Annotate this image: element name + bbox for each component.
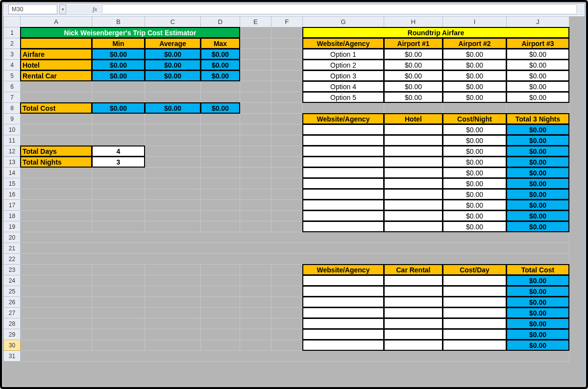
- col-header[interactable]: A: [21, 17, 92, 27]
- row-header[interactable]: 6: [4, 81, 21, 92]
- row-header[interactable]: 22: [4, 254, 21, 265]
- cell[interactable]: [384, 199, 443, 211]
- cell[interactable]: [302, 296, 384, 308]
- cell[interactable]: $0.00: [200, 70, 240, 81]
- cell[interactable]: $0.00: [92, 70, 145, 81]
- cell[interactable]: [384, 296, 443, 308]
- cell[interactable]: $0.00: [442, 135, 507, 146]
- col-header[interactable]: E: [240, 17, 271, 27]
- cell[interactable]: [384, 275, 443, 286]
- cell[interactable]: $0.00: [442, 199, 507, 211]
- row-header[interactable]: 15: [4, 178, 21, 189]
- cell[interactable]: $0.00: [145, 102, 201, 114]
- header-avg[interactable]: Average: [145, 38, 201, 49]
- col-header[interactable]: F: [271, 17, 303, 27]
- cell[interactable]: $0.00: [92, 102, 145, 114]
- cell[interactable]: [384, 167, 443, 178]
- hotel-header[interactable]: Website/Agency: [302, 113, 384, 124]
- cell[interactable]: $0.00: [442, 189, 507, 200]
- cell[interactable]: [302, 199, 384, 211]
- row-header[interactable]: 31: [4, 351, 21, 362]
- cell[interactable]: [302, 124, 384, 135]
- cell[interactable]: $0.00: [442, 70, 507, 81]
- cell[interactable]: [384, 178, 443, 189]
- cell[interactable]: $0.00: [506, 210, 569, 221]
- cell[interactable]: $0.00: [384, 70, 443, 81]
- cell[interactable]: [384, 340, 443, 351]
- car-header[interactable]: Cost/Day: [442, 264, 507, 275]
- select-all-corner[interactable]: [4, 17, 21, 27]
- cell[interactable]: $0.00: [506, 49, 569, 60]
- cell[interactable]: $0.00: [384, 92, 443, 103]
- col-header[interactable]: G: [303, 17, 384, 27]
- total-cost-label[interactable]: Total Cost: [20, 102, 92, 114]
- cell[interactable]: [442, 318, 507, 329]
- row-header[interactable]: 8: [4, 103, 21, 114]
- row-header-selected[interactable]: 30: [4, 340, 21, 351]
- cell[interactable]: [302, 275, 384, 286]
- cell[interactable]: [384, 286, 443, 297]
- cell[interactable]: $0.00: [506, 340, 569, 351]
- cell[interactable]: [302, 318, 384, 329]
- cell[interactable]: $0.00: [506, 178, 569, 189]
- cell[interactable]: [302, 221, 384, 232]
- cell[interactable]: $0.00: [506, 329, 569, 340]
- cell[interactable]: $0.00: [145, 59, 201, 71]
- cell[interactable]: $0.00: [506, 189, 569, 200]
- total-days-label[interactable]: Total Days: [20, 146, 92, 157]
- row-header[interactable]: 17: [4, 200, 21, 211]
- cell[interactable]: $0.00: [506, 59, 569, 71]
- cell[interactable]: [384, 221, 443, 232]
- cell[interactable]: $0.00: [506, 167, 569, 178]
- cell[interactable]: $0.00: [506, 81, 569, 92]
- cell[interactable]: [384, 318, 443, 329]
- col-header[interactable]: H: [384, 17, 443, 27]
- row-header[interactable]: 5: [4, 71, 21, 81]
- car-header[interactable]: Total Cost: [506, 264, 569, 275]
- header-max[interactable]: Max: [200, 38, 240, 49]
- airfare-title[interactable]: Roundtrip Airfare: [302, 27, 569, 38]
- cell[interactable]: $0.00: [442, 210, 507, 221]
- cell[interactable]: $0.00: [506, 221, 569, 232]
- row-header[interactable]: 10: [4, 124, 21, 135]
- row-header[interactable]: 21: [4, 243, 21, 254]
- cell[interactable]: [384, 329, 443, 340]
- cell[interactable]: $0.00: [506, 156, 569, 168]
- row-header[interactable]: 3: [4, 49, 21, 60]
- cell[interactable]: [442, 286, 507, 297]
- cell[interactable]: $0.00: [506, 146, 569, 157]
- row-header[interactable]: 7: [4, 92, 21, 103]
- cell[interactable]: $0.00: [506, 275, 569, 286]
- cell[interactable]: $0.00: [442, 156, 507, 168]
- cell[interactable]: [384, 135, 443, 146]
- cell[interactable]: $0.00: [384, 81, 443, 92]
- worksheet-grid[interactable]: A B C D E F G H I J 1 Nick Weisenberger'…: [3, 16, 585, 386]
- cell[interactable]: $0.00: [92, 59, 145, 71]
- cell[interactable]: $0.00: [384, 59, 443, 71]
- cell[interactable]: $0.00: [200, 59, 240, 71]
- cell[interactable]: [302, 178, 384, 189]
- cell[interactable]: Option 3: [302, 70, 384, 81]
- row-header[interactable]: 2: [4, 38, 21, 49]
- row-header[interactable]: 25: [4, 286, 21, 297]
- cell[interactable]: $0.00: [442, 167, 507, 178]
- cell[interactable]: $0.00: [506, 286, 569, 297]
- cell[interactable]: $0.00: [506, 70, 569, 81]
- cell[interactable]: [442, 307, 507, 318]
- cell[interactable]: $0.00: [506, 92, 569, 103]
- row-header[interactable]: 4: [4, 60, 21, 71]
- cell[interactable]: [384, 307, 443, 318]
- col-header[interactable]: I: [443, 17, 507, 27]
- row-header[interactable]: 18: [4, 211, 21, 221]
- name-box[interactable]: M30: [8, 4, 57, 14]
- cell[interactable]: $0.00: [506, 318, 569, 329]
- row-header[interactable]: 20: [4, 232, 21, 243]
- total-days-value[interactable]: 4: [92, 146, 145, 157]
- hotel-header[interactable]: Cost/Night: [442, 113, 507, 124]
- cell[interactable]: $0.00: [506, 199, 569, 211]
- cell[interactable]: $0.00: [200, 102, 240, 114]
- cell[interactable]: $0.00: [442, 92, 507, 103]
- total-nights-label[interactable]: Total Nights: [20, 156, 92, 168]
- row-header[interactable]: 14: [4, 168, 21, 178]
- cell[interactable]: $0.00: [442, 146, 507, 157]
